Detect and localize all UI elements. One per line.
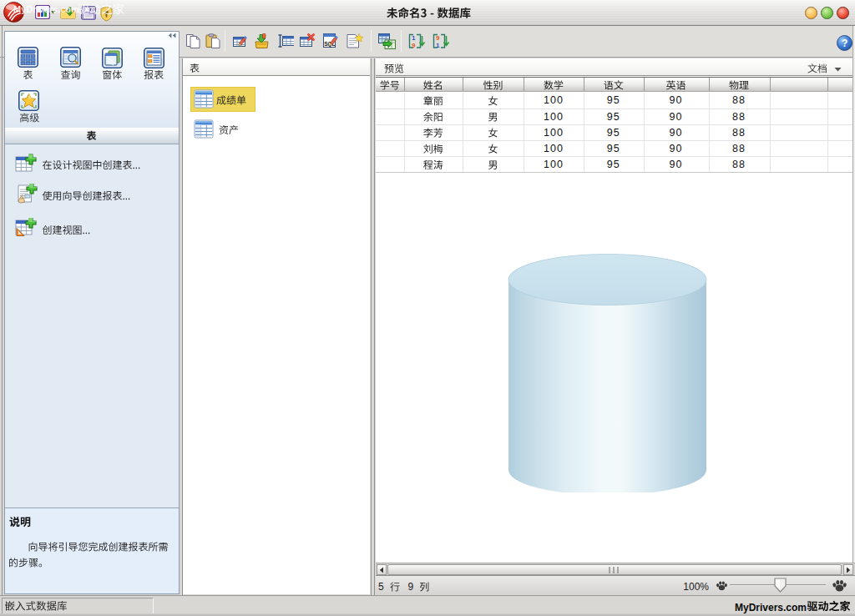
svg-text:?: ? <box>842 38 847 49</box>
svg-text:1: 1 <box>436 42 440 49</box>
svg-text:9: 9 <box>412 42 416 49</box>
